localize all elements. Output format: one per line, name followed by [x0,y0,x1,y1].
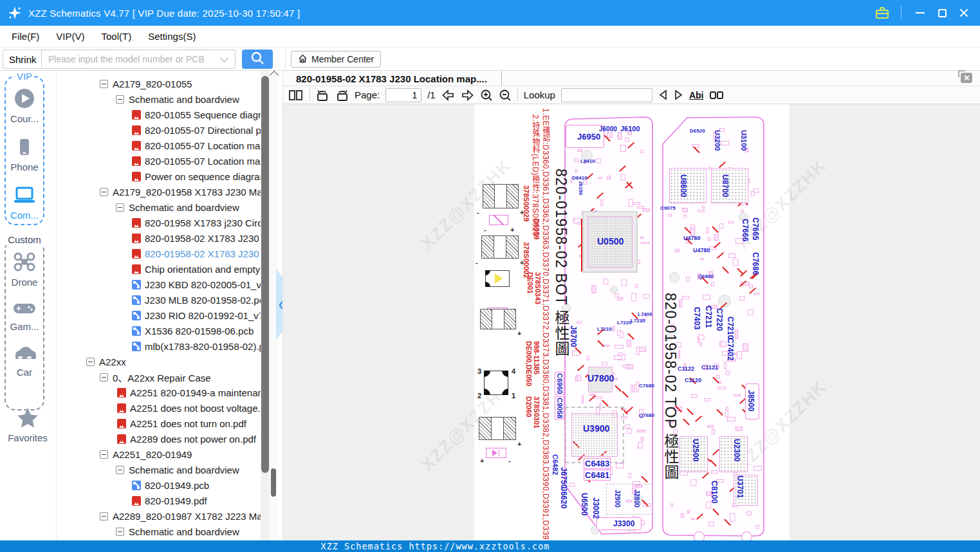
find-previous-icon[interactable] [658,89,668,100]
collapse-toggle-icon[interactable] [100,188,108,196]
member-center-button[interactable]: Member Center [291,51,381,68]
tree-item[interactable]: 820-01055-07 Location map. [132,153,261,169]
collapse-toggle-icon[interactable] [100,373,108,382]
polarity-note: 2.特殊物料(LED)極性:378S00029 [530,115,541,237]
polarity-arrow [695,416,702,422]
collapse-toggle-icon[interactable] [100,512,108,520]
two-page-view-icon[interactable] [288,89,304,101]
sidebar-item-label: Car [17,367,32,378]
rotate-right-icon[interactable] [335,89,349,102]
tree-item[interactable]: Schematic and boardview [116,199,239,215]
status-text: XZZ Schematics https://www.xzztools.com [321,541,550,551]
sidebar-item-com[interactable]: Com... [10,184,39,221]
sidebar-item-drone[interactable]: Drone [12,251,38,288]
tree-item[interactable]: A2289_820-01987 X1782 J223 Mac [100,508,261,524]
ref-designator-u8700: U8700 [721,174,729,197]
polarity-arrow [702,472,709,479]
sidebar-item-cour[interactable]: Cour... [10,87,39,124]
shrink-button[interactable]: Shrink [3,50,43,69]
tree-item[interactable]: mlb(x1783-820-01958-02).pc [132,338,261,354]
drone-icon [13,251,36,275]
tree-item[interactable]: 820-01958-02 X1783 J230 Cir [132,230,261,246]
tree-item[interactable]: 820-01055-07 Location map [132,138,261,153]
status-bar: XZZ Schematics https://www.xzztools.com [0,540,980,552]
outer-scrollbar-thumb[interactable] [271,468,276,497]
tree-item[interactable]: 820-01958-02 X1783 J230 Lo [132,246,261,261]
tree-item-label: A2179_820-01055 [113,78,192,89]
ref-designator-u8600: U8600 [680,174,687,197]
component-footprint [681,513,684,519]
menu-file[interactable]: File(F) [12,31,39,42]
component-footprint [743,344,749,352]
search-button[interactable] [242,50,273,69]
tree-item-label: Schematic and boardview [129,526,239,537]
tree-item[interactable]: 820-01949.pdf [132,493,207,508]
find-next-icon[interactable] [674,89,683,100]
pdf-file-icon [132,218,141,228]
rotate-left-icon[interactable] [316,89,329,102]
license-briefcase-icon[interactable] [871,0,893,26]
pdf-viewer-canvas[interactable]: XZZ@XZZHKXZZ@XZZHKXZZ@XZZHKXZZ@XZZHK-+-+… [283,104,980,540]
tree-item[interactable]: A22xx [86,354,126,369]
sidebar-item-gam[interactable]: Gam... [10,299,39,332]
minimize-button[interactable] [909,0,931,26]
sidebar-item-phone[interactable]: Phone [10,136,38,172]
tree-item[interactable]: A2179_820-01958 X1783 J230 Mac [100,184,261,199]
document-tab[interactable]: 820-01958-02 X1783 J230 Location map.... [296,71,502,86]
sidebar-item-favorites[interactable]: Favorites [0,407,55,443]
component-footprint [691,394,697,398]
tree-item[interactable]: J230 MLB 820-01958-02.pcb [132,292,261,308]
zoom-out-icon[interactable] [499,89,512,102]
pdf-file-icon [132,496,141,506]
menu-tool[interactable]: Tool(T) [102,31,132,42]
menu-settings[interactable]: Settings(S) [148,31,196,42]
search-dropdown-chevron-icon[interactable] [220,54,228,62]
collapse-toggle-icon[interactable] [116,528,124,536]
match-case-button[interactable]: Abi [689,90,704,100]
tree-scrollbar-thumb[interactable] [261,76,269,473]
page-number-input[interactable] [385,88,421,102]
tree-item[interactable]: X1536 820-01598-06.pcb [132,323,254,338]
tree-item[interactable]: J230 RIO 820-01992-01_v7.pc [132,308,261,323]
pdf-file-icon [132,172,141,181]
component-footprint [628,473,631,478]
tree-item[interactable]: Power on sequence diagram [132,169,261,184]
collapse-toggle-icon[interactable] [86,358,95,366]
maximize-button[interactable] [931,0,953,26]
tree-item-label: mlb(x1783-820-01958-02).pc [145,341,261,352]
tree-item[interactable]: Schematic and boardview [116,524,239,539]
lookup-input[interactable] [561,88,652,102]
collapse-toggle-icon[interactable] [116,466,124,474]
tree-item[interactable]: A2251 820-01949-a maintenanc [117,385,261,400]
tree-item[interactable]: 820-01949.pcb [132,477,209,493]
tree-item[interactable]: Schematic and boardview [116,462,239,477]
tree-item[interactable]: 820-01958 X1783 j230 Circuit [132,215,261,230]
tree-item[interactable]: Schematic and boardview [116,91,239,107]
tree-item[interactable]: 0、A22xx Repair Case [100,369,211,385]
tree-item[interactable]: A2251_820-01949 [100,446,192,462]
highlight-all-icon[interactable] [710,91,723,99]
tree-item[interactable]: 820-01055 Sequence diagram [132,107,261,122]
mounting-hole [718,295,731,308]
collapse-toggle-icon[interactable] [116,95,124,104]
close-tab-icon[interactable] [961,73,972,83]
sidebar-item-car[interactable]: Car [12,344,37,378]
tree-item[interactable]: 820-01055-07 Directional pa [132,122,261,138]
search-input[interactable] [42,54,221,64]
tree-item[interactable]: A2251 does not turn on.pdf [117,416,246,431]
collapse-toggle-icon[interactable] [100,80,108,88]
tree-item[interactable]: A2179_820-01055 [100,76,192,91]
tree-item[interactable]: Chip orientation and empty [132,261,260,277]
zoom-in-icon[interactable] [480,89,493,102]
tree-item[interactable]: A2251 does not boost voltage.p [117,400,261,416]
collapse-toggle-icon[interactable] [116,203,124,212]
component-footprint [602,362,607,365]
tree-item[interactable]: A2289 does not power on.pdf [117,431,256,446]
next-page-icon[interactable] [461,89,474,101]
tree-item[interactable]: J230 KBD 820-02005-01_v7.p [132,277,261,292]
collapse-toggle-icon[interactable] [100,450,108,459]
previous-page-icon[interactable] [441,89,455,101]
component-footprint [575,169,577,172]
menu-vip[interactable]: VIP(V) [56,31,84,42]
close-button[interactable] [953,0,975,26]
